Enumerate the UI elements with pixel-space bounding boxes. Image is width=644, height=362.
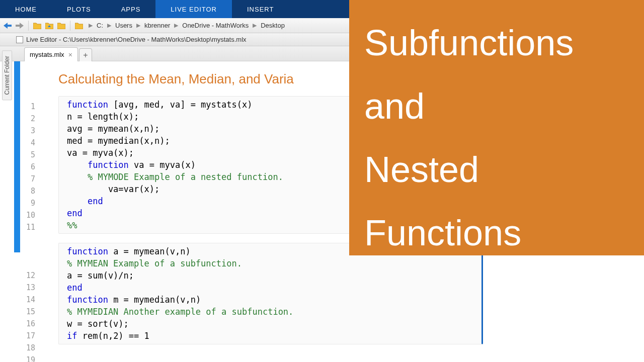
chevron-right-icon: ▶ xyxy=(174,22,178,29)
code-line[interactable]: w = sort(v); xyxy=(59,318,481,330)
folder-icon[interactable] xyxy=(32,20,43,31)
section-marker xyxy=(14,61,20,252)
code-line[interactable]: if rem(n,2) == 1 xyxy=(59,330,481,342)
line-number: 5 xyxy=(22,149,38,161)
line-number: 19 xyxy=(22,354,38,362)
breadcrumb-segment[interactable]: OneDrive - MathWorks xyxy=(182,22,249,29)
line-number: 17 xyxy=(22,330,38,342)
line-number: 16 xyxy=(22,318,38,330)
line-number: 8 xyxy=(22,185,38,197)
file-tab-label: mystats.mlx xyxy=(30,51,64,58)
chevron-right-icon: ▶ xyxy=(89,22,93,29)
code-line[interactable]: % MYMEDIAN Another example of a subfunct… xyxy=(59,306,481,318)
overlay-line: Functions xyxy=(364,201,629,264)
breadcrumb-segment[interactable]: C: xyxy=(97,22,103,29)
line-number: 4 xyxy=(22,137,38,149)
line-number: 1 xyxy=(22,101,38,113)
chevron-right-icon: ▶ xyxy=(107,22,111,29)
line-number: 11 xyxy=(22,221,38,233)
current-folder-icon[interactable] xyxy=(73,20,85,31)
folder-up-icon[interactable] xyxy=(44,20,55,31)
tab-apps[interactable]: APPS xyxy=(106,0,156,18)
code-line[interactable]: end xyxy=(59,282,481,294)
file-tab-mystats[interactable]: mystats.mlx × xyxy=(24,47,78,61)
line-number: 2 xyxy=(22,113,38,125)
breadcrumb-segment[interactable]: Desktop xyxy=(261,22,285,29)
overlay-line: and xyxy=(364,74,629,138)
overlay-line: Subfunctions xyxy=(364,11,629,74)
line-number: 6 xyxy=(22,161,38,173)
new-tab-button[interactable]: + xyxy=(79,48,92,61)
tab-insert[interactable]: INSERT xyxy=(232,0,289,18)
forward-button[interactable] xyxy=(14,20,25,31)
line-number: 3 xyxy=(22,125,38,137)
tab-home[interactable]: HOME xyxy=(0,0,52,18)
title-overlay: Subfunctions and Nested Functions xyxy=(349,0,644,255)
line-number: 7 xyxy=(22,173,38,185)
line-number: 9 xyxy=(22,197,38,209)
line-gutter-2: 1213141516171819 xyxy=(22,269,38,362)
back-button[interactable] xyxy=(2,20,13,31)
folder-open-icon[interactable] xyxy=(56,20,67,31)
overlay-line: Nested xyxy=(364,138,629,201)
close-tab-icon[interactable]: × xyxy=(68,51,72,58)
line-number: 14 xyxy=(22,294,38,306)
code-line[interactable]: a = sum(v)/n; xyxy=(59,269,481,282)
line-number: 15 xyxy=(22,306,38,318)
chevron-right-icon: ▶ xyxy=(136,22,140,29)
editor-title: Live Editor - C:\Users\kbrenner\OneDrive… xyxy=(26,36,247,43)
code-line[interactable]: function m = mymedian(v,n) xyxy=(59,294,481,306)
breadcrumb-segment[interactable]: Users xyxy=(115,22,132,29)
line-number: 13 xyxy=(22,282,38,294)
line-number: 10 xyxy=(22,209,38,221)
document-icon xyxy=(16,36,23,43)
line-number: 12 xyxy=(22,269,38,282)
chevron-right-icon: ▶ xyxy=(253,22,257,29)
line-number: 18 xyxy=(22,342,38,354)
tab-plots[interactable]: PLOTS xyxy=(52,0,106,18)
line-gutter-1: 1234567891011 xyxy=(22,101,38,233)
breadcrumb-segment[interactable]: kbrenner xyxy=(144,22,170,29)
current-folder-panel-tab[interactable]: Current Folder xyxy=(2,50,12,100)
tab-live-editor[interactable]: LIVE EDITOR xyxy=(155,0,232,18)
